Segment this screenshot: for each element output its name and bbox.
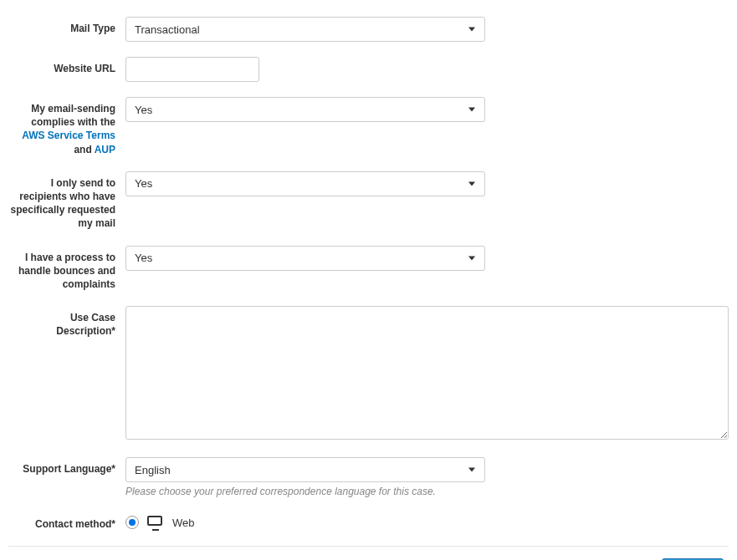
website-url-input[interactable] [125,57,259,82]
label-website-url: Website URL [8,57,125,75]
row-website-url: Website URL [8,57,729,82]
bounces-value: Yes [135,252,152,264]
recipients-select[interactable]: Yes [125,171,485,196]
divider [8,546,729,547]
row-compliance: My email-sending complies with the AWS S… [8,97,729,156]
label-use-case: Use Case Description* [8,306,125,338]
monitor-icon [147,516,164,529]
row-support-language: Support Language* English Please choose … [8,457,729,497]
bounces-select[interactable]: Yes [125,246,485,271]
row-bounces: I have a process to handle bounces and c… [8,246,729,292]
support-language-value: English [135,464,171,476]
support-language-select[interactable]: English [125,457,485,482]
mail-type-value: Transactional [135,23,200,36]
row-use-case: Use Case Description* [8,306,729,442]
label-mail-type: Mail Type [8,17,125,35]
aup-link[interactable]: AUP [95,144,115,155]
compliance-select[interactable]: Yes [125,97,485,122]
label-support-language: Support Language* [8,457,125,476]
use-case-textarea[interactable] [125,306,729,440]
contact-radio-web[interactable] [125,516,139,529]
compliance-value: Yes [135,104,152,116]
mail-type-select[interactable]: Transactional [125,17,485,42]
label-contact-method: Contact method* [8,512,125,531]
row-recipients: I only send to recipients who have speci… [8,171,729,231]
contact-option-web[interactable]: Web [125,512,729,529]
aws-service-terms-link[interactable]: AWS Service Terms [22,130,115,141]
support-language-help: Please choose your preferred corresponde… [125,486,729,497]
contact-option-web-label: Web [172,517,195,529]
row-contact-method: Contact method* Web [8,512,729,531]
radio-checked-icon [129,519,136,526]
recipients-value: Yes [135,177,152,190]
label-bounces: I have a process to handle bounces and c… [8,246,125,292]
label-compliance: My email-sending complies with the AWS S… [8,97,125,156]
label-recipients: I only send to recipients who have speci… [8,171,125,231]
row-mail-type: Mail Type Transactional [8,17,729,42]
